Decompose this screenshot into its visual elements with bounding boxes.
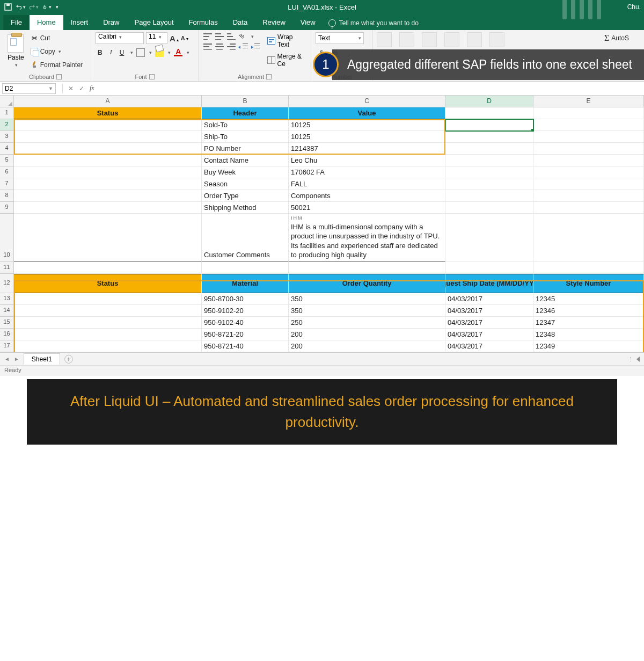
- dialog-launcher-icon[interactable]: [149, 74, 155, 79]
- merge-icon: [267, 56, 275, 64]
- fill-color-button[interactable]: [155, 48, 164, 57]
- tab-home[interactable]: Home: [30, 15, 63, 30]
- paste-button[interactable]: Paste ▾: [4, 32, 27, 71]
- col-header-b[interactable]: B: [202, 96, 289, 107]
- formula-input[interactable]: [99, 83, 644, 94]
- wrap-text-button[interactable]: Wrap Text: [265, 32, 306, 49]
- number-format-select[interactable]: Text▾: [316, 32, 364, 44]
- italic-button[interactable]: I: [108, 47, 114, 57]
- align-top-button[interactable]: [203, 33, 213, 40]
- tab-draw[interactable]: Draw: [96, 15, 127, 30]
- select-all-corner[interactable]: [0, 96, 14, 107]
- title-bar: ▾ ▾ ▾ ▾ LUI_VA01.xlsx - Excel Chu.: [0, 0, 644, 14]
- scroll-left-icon[interactable]: [636, 357, 640, 362]
- brush-icon: [31, 61, 38, 69]
- sheet-tab-bar: ◄ ► Sheet1 + ⋮: [0, 352, 644, 365]
- formula-bar: D2▼ ✕ ✓ fx: [0, 82, 644, 96]
- borders-button[interactable]: [136, 48, 145, 57]
- caption: After Liquid UI – Automated and streamli…: [27, 379, 617, 445]
- tab-formulas[interactable]: Formulas: [181, 15, 225, 30]
- tab-page-layout[interactable]: Page Layout: [127, 15, 181, 30]
- svg-rect-1: [6, 4, 10, 6]
- align-center-button[interactable]: [215, 43, 224, 50]
- underline-button[interactable]: U: [118, 48, 127, 57]
- increase-indent-button[interactable]: [250, 43, 260, 50]
- tab-data[interactable]: Data: [225, 15, 255, 30]
- font-color-button[interactable]: A: [174, 48, 182, 56]
- callout-text: Aggregated different SAP fields into one…: [332, 49, 644, 80]
- redo-icon[interactable]: ▾: [29, 2, 39, 12]
- font-size-select[interactable]: 11 ▾: [146, 32, 167, 44]
- grow-font-button[interactable]: A▴: [170, 34, 179, 43]
- qat-customize-icon[interactable]: ▾: [56, 4, 58, 10]
- decrease-indent-button[interactable]: [238, 43, 248, 50]
- new-sheet-button[interactable]: +: [64, 355, 73, 364]
- column-headers: A B C D E: [0, 96, 644, 107]
- orientation-button[interactable]: [238, 32, 248, 41]
- align-left-button[interactable]: [203, 43, 213, 50]
- sheet-nav-prev-icon[interactable]: ◄: [4, 356, 10, 362]
- align-bottom-button[interactable]: [226, 33, 236, 40]
- bold-button[interactable]: B: [96, 48, 105, 57]
- autosum-button[interactable]: ΣAutoS: [604, 32, 641, 44]
- dialog-launcher-icon[interactable]: [56, 74, 62, 79]
- sheet-tab[interactable]: Sheet1: [24, 353, 60, 365]
- tab-file[interactable]: File: [3, 15, 30, 30]
- merge-center-button[interactable]: Merge & Ce: [265, 52, 306, 69]
- spreadsheet-grid[interactable]: 1 Status Header Value 2 Sold-To 10125 3 …: [0, 107, 644, 352]
- lightbulb-icon: [328, 19, 336, 27]
- ribbon-tabs: File Home Insert Draw Page Layout Formul…: [0, 14, 644, 30]
- tab-view[interactable]: View: [293, 15, 323, 30]
- align-right-button[interactable]: [226, 43, 236, 50]
- dialog-launcher-icon[interactable]: [266, 74, 272, 79]
- fx-icon[interactable]: fx: [90, 84, 94, 92]
- name-box[interactable]: D2▼: [2, 83, 56, 94]
- tell-me[interactable]: Tell me what you want to do: [323, 16, 424, 30]
- cell[interactable]: Status: [14, 107, 202, 119]
- cell[interactable]: Value: [289, 107, 445, 119]
- chevron-down-icon: ▾: [15, 62, 18, 68]
- save-icon[interactable]: [3, 2, 13, 12]
- copy-button[interactable]: Copy▾: [31, 46, 83, 57]
- enter-icon[interactable]: ✓: [79, 85, 84, 92]
- col-header-a[interactable]: A: [14, 96, 202, 107]
- user-name[interactable]: Chu.: [627, 3, 641, 11]
- shrink-font-button[interactable]: A▾: [181, 35, 188, 41]
- cell[interactable]: Header: [202, 107, 289, 119]
- touch-mode-icon[interactable]: ▾: [42, 2, 52, 12]
- copy-icon: [31, 48, 38, 55]
- tab-review[interactable]: Review: [255, 15, 293, 30]
- col-header-e[interactable]: E: [533, 96, 644, 107]
- align-middle-button[interactable]: [215, 33, 224, 40]
- callout-number: 1: [313, 52, 339, 77]
- cut-button[interactable]: Cut: [31, 32, 83, 44]
- sheet-nav-next-icon[interactable]: ►: [14, 356, 19, 362]
- col-header-d[interactable]: D: [445, 96, 533, 107]
- group-alignment: ▾ Wrap Text Merge & Ce Alignment: [199, 30, 311, 81]
- font-name-select[interactable]: Calibri ▾: [96, 32, 144, 44]
- group-font: Calibri ▾ 11 ▾ A▴ A▾ B I U▾ ▾ ▾ A▾ Font: [91, 30, 199, 81]
- wrap-text-icon: [267, 37, 275, 45]
- sigma-icon: Σ: [604, 33, 609, 43]
- undo-icon[interactable]: ▾: [16, 2, 26, 12]
- cancel-icon[interactable]: ✕: [68, 85, 74, 92]
- group-clipboard: Paste ▾ Cut Copy▾ Format Painter Clipboa…: [0, 30, 91, 81]
- window-title: LUI_VA01.xlsx - Excel: [288, 3, 356, 11]
- scissors-icon: [31, 34, 38, 42]
- callout: 1 Aggregated different SAP fields into o…: [313, 49, 644, 80]
- paste-icon: [8, 34, 24, 53]
- active-cell[interactable]: [445, 119, 533, 131]
- format-painter-button[interactable]: Format Painter: [31, 59, 83, 71]
- col-header-c[interactable]: C: [289, 96, 445, 107]
- tab-insert[interactable]: Insert: [63, 15, 96, 30]
- status-bar: Ready: [0, 365, 644, 376]
